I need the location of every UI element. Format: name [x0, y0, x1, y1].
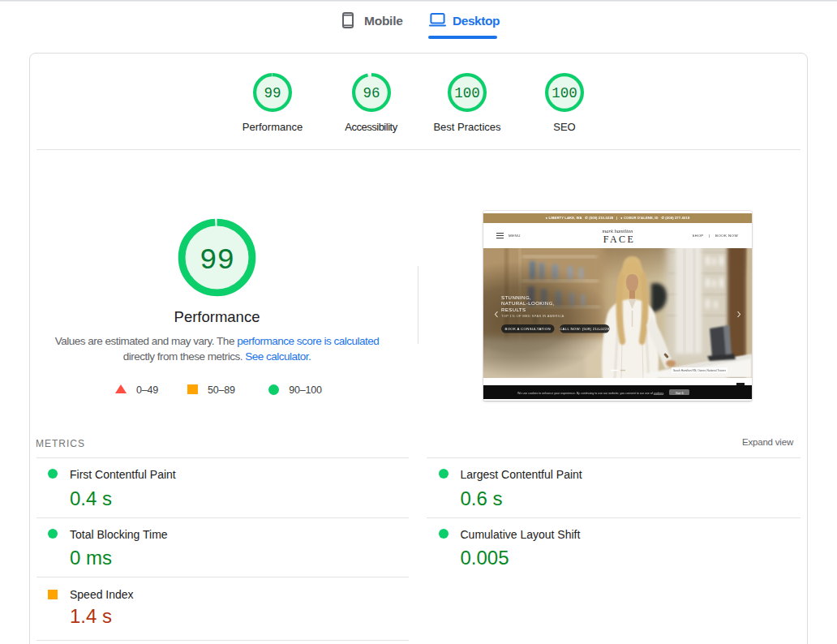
svg-text:99: 99: [264, 85, 281, 101]
svg-text:96: 96: [363, 85, 380, 101]
svg-text:100: 100: [552, 85, 577, 101]
svg-text:99: 99: [200, 243, 234, 277]
svg-text:100: 100: [454, 85, 480, 101]
